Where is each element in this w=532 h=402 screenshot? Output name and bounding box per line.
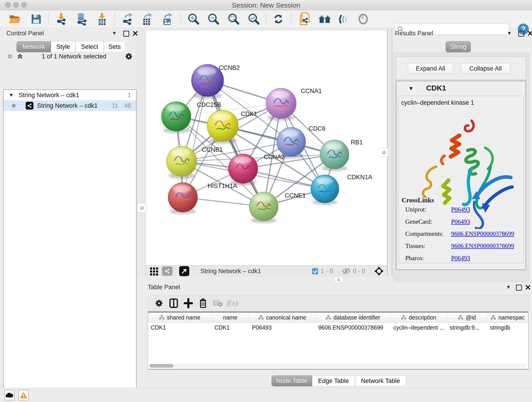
toolbar-separator [48, 13, 49, 25]
tab-sets[interactable]: Sets [104, 41, 125, 52]
collapse-all-icon[interactable] [6, 53, 13, 60]
column-header-shared-name[interactable]: shared name [148, 313, 212, 322]
warnings-button[interactable] [18, 390, 29, 400]
control-panel-float-icon[interactable] [123, 31, 129, 37]
tab-style[interactable]: Style [51, 41, 75, 52]
hidden-eye-icon[interactable] [342, 268, 351, 274]
column-header-description[interactable]: description [391, 313, 447, 322]
node-section-expander-icon[interactable]: ▼ [408, 85, 414, 92]
import-network-database-button[interactable] [73, 12, 90, 26]
network-node-CCNA1[interactable] [266, 88, 296, 121]
left-splitter-knob[interactable] [138, 204, 146, 212]
results-panel-float-icon[interactable] [518, 31, 524, 37]
network-collection-row[interactable]: ▼ String Network – cdk1 1 [4, 90, 136, 100]
tab-string[interactable]: String [446, 41, 471, 52]
tab-network[interactable]: Network [17, 41, 51, 52]
cloud-status-button[interactable] [4, 390, 15, 400]
control-panel-title: Control Panel [6, 30, 44, 37]
network-node-RB1[interactable] [320, 140, 349, 171]
navigator-icon[interactable] [374, 266, 384, 276]
crosslink-link[interactable]: P06493 [451, 218, 470, 225]
collection-count: 1 [128, 92, 131, 99]
expand-all-icon[interactable] [17, 53, 23, 60]
table-panel-close-icon[interactable]: ✕ [525, 285, 531, 290]
delete-column-button[interactable] [196, 297, 210, 309]
column-header-@id[interactable]: @id [447, 313, 487, 322]
tab-select[interactable]: Select [75, 41, 104, 52]
table-panel-title: Table Panel [148, 284, 180, 291]
crosslink-row: Uniprot:P06493 [405, 206, 470, 213]
column-header-name[interactable]: name [212, 313, 249, 322]
left-splitter[interactable] [138, 28, 146, 276]
table-panel-float-icon[interactable] [516, 285, 522, 291]
node-label-HIST1H1A: HIST1H1A [208, 182, 237, 189]
home-button[interactable] [317, 12, 333, 26]
crosslink-label: GeneCard: [405, 218, 451, 225]
zoom-fit-button[interactable] [225, 12, 242, 26]
table-panel-menu-icon[interactable]: ▼ [506, 284, 511, 290]
results-panel-menu-icon[interactable]: ▼ [507, 30, 512, 36]
network-edges[interactable] [176, 80, 335, 206]
bottom-splitter-knob[interactable] [335, 277, 343, 282]
delete-table-button[interactable] [210, 297, 225, 309]
crosslink-link[interactable]: P06493 [451, 255, 470, 262]
network-canvas[interactable]: CCNB2CCNA1CDC25BCDK1CDC6RB1CCNB1CCNA2CDK… [146, 30, 387, 266]
crosslink-link[interactable]: 9606.ENSP00000378699 [451, 242, 514, 249]
zoom-out-button[interactable] [205, 12, 222, 26]
network-node-CDC25B[interactable] [162, 102, 191, 133]
results-panel-close-icon[interactable]: ✕ [527, 31, 532, 36]
zoom-selected-button[interactable] [246, 12, 262, 26]
detach-view-button[interactable] [179, 266, 189, 276]
table-hscrollbar[interactable] [149, 364, 527, 368]
table-settings-button[interactable] [152, 297, 166, 309]
refresh-button[interactable] [270, 12, 287, 26]
tab-network-table[interactable]: Network Table [355, 375, 406, 386]
right-splitter-knob[interactable] [380, 148, 388, 157]
network-node-CCNA2[interactable] [228, 154, 258, 186]
network-view[interactable]: CCNB2CCNA1CDC25BCDK1CDC6RB1CCNB1CCNA2CDK… [146, 30, 387, 265]
show-hidden-button[interactable] [355, 12, 371, 26]
toolbar-separator [181, 13, 181, 25]
crosslink-link[interactable]: P06493 [451, 206, 470, 213]
network-node-CCNB1[interactable] [167, 146, 197, 179]
network-node-CDK1[interactable] [207, 110, 238, 144]
table-row[interactable]: CDK1CDK1P064939606.ENSP00000378699cyclin… [148, 323, 528, 332]
network-edge-count: 48 [124, 102, 131, 109]
collection-expander-icon[interactable]: ▼ [9, 92, 14, 98]
export-image-icon [162, 13, 173, 26]
function-builder-button[interactable]: f(x) [225, 297, 240, 309]
gray-eye-icon [358, 13, 369, 25]
gear-icon[interactable] [125, 52, 133, 61]
grid-view-icon[interactable] [150, 267, 159, 276]
network-node-CCNE1[interactable] [249, 192, 278, 223]
expand-all-button[interactable]: Expand All [408, 63, 453, 74]
network-view-mode-icon[interactable] [162, 267, 172, 276]
node-details-content: cyclin–dependent kinase 1 CrossLinks Uni… [398, 96, 524, 263]
network-from-document-button[interactable] [297, 12, 313, 26]
tab-edge-table[interactable]: Edge Table [312, 375, 355, 386]
collapse-all-button[interactable]: Collapse All [461, 63, 510, 74]
crosslink-link[interactable]: 9606.ENSP00000378699 [451, 230, 514, 237]
network-row[interactable]: String Network – cdk1 11 48 [4, 100, 136, 111]
column-header-namespac[interactable]: namespac [487, 313, 528, 322]
export-table-button[interactable] [139, 12, 155, 26]
table-hscrollbar-thumb[interactable] [149, 364, 173, 368]
tab-node-table[interactable]: Node Table [272, 375, 312, 386]
zoom-in-button[interactable] [185, 12, 202, 26]
import-table-button[interactable] [94, 12, 110, 26]
control-panel-menu-icon[interactable]: ▼ [112, 30, 117, 36]
add-column-button[interactable] [181, 297, 196, 309]
open-session-button[interactable] [7, 12, 23, 26]
network-node-CDKN1A[interactable] [311, 175, 339, 205]
network-node-HIST1H1A[interactable] [168, 183, 197, 214]
hide-selected-button[interactable] [336, 12, 352, 26]
column-header-database-identifier[interactable]: database identifier [316, 313, 391, 322]
export-image-button[interactable] [159, 12, 176, 26]
refresh-icon [272, 13, 284, 25]
show-columns-button[interactable] [166, 297, 181, 309]
column-header-canonical-name[interactable]: canonical name [249, 313, 316, 322]
selected-checkbox-icon[interactable] [312, 268, 318, 274]
save-session-button[interactable] [28, 12, 44, 26]
import-network-file-button[interactable] [53, 12, 70, 26]
export-network-button[interactable] [119, 12, 136, 26]
